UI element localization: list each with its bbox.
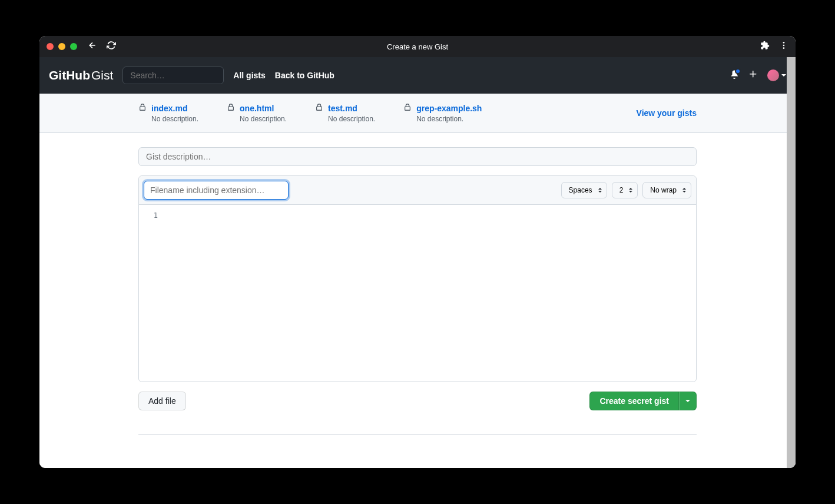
add-file-button[interactable]: Add file [138, 392, 186, 410]
back-icon[interactable] [88, 41, 97, 52]
extensions-icon[interactable] [760, 41, 770, 52]
gist-description: No description. [328, 115, 375, 123]
gist-description: No description. [240, 115, 287, 123]
file-header: Spaces 2 No wrap [139, 176, 696, 205]
notification-indicator [735, 68, 741, 74]
lock-icon [315, 103, 323, 114]
recent-gist-item: index.md No description. [138, 103, 198, 123]
recent-gist-item: test.md No description. [315, 103, 375, 123]
all-gists-link[interactable]: All gists [233, 71, 265, 80]
close-window-button[interactable] [47, 43, 54, 50]
gist-link[interactable]: test.md [328, 104, 357, 113]
svg-rect-3 [140, 107, 145, 110]
github-header: GitHub Gist All gists Back to GitHub [39, 57, 796, 94]
view-your-gists-link[interactable]: View your gists [637, 108, 697, 118]
select-caret-icon [629, 188, 632, 193]
wrap-mode-select[interactable]: No wrap [642, 182, 691, 198]
user-menu[interactable] [767, 69, 786, 81]
create-gist-dropdown[interactable] [679, 392, 697, 410]
scrollbar[interactable] [787, 57, 796, 468]
gist-link[interactable]: one.html [240, 104, 274, 113]
line-gutter: 1 [139, 205, 163, 382]
back-to-github-link[interactable]: Back to GitHub [275, 71, 334, 80]
footer-divider [138, 434, 697, 435]
code-editor[interactable]: 1 [139, 205, 696, 382]
svg-rect-4 [228, 107, 234, 110]
lock-icon [138, 103, 147, 114]
code-content[interactable] [163, 205, 696, 382]
svg-point-2 [783, 47, 785, 49]
lock-icon [227, 103, 235, 114]
recent-gist-item: grep-example.sh No description. [403, 103, 482, 123]
minimize-window-button[interactable] [58, 43, 65, 50]
select-caret-icon [682, 188, 686, 193]
lock-icon [403, 103, 412, 114]
svg-point-0 [783, 42, 785, 44]
file-editor: Spaces 2 No wrap [138, 175, 697, 382]
browser-window: Create a new Gist GitHub Gist All gists … [39, 36, 796, 468]
indent-size-select[interactable]: 2 [612, 182, 638, 198]
gist-link[interactable]: grep-example.sh [416, 104, 482, 113]
maximize-window-button[interactable] [70, 43, 77, 50]
main-content: Spaces 2 No wrap [129, 133, 706, 449]
gist-description: No description. [416, 115, 482, 123]
recent-gist-item: one.html No description. [227, 103, 287, 123]
create-new-button[interactable] [748, 69, 758, 82]
caret-down-icon [685, 400, 690, 402]
search-input[interactable] [122, 67, 224, 84]
indent-mode-select[interactable]: Spaces [561, 182, 607, 198]
action-bar: Add file Create secret gist [138, 392, 697, 410]
svg-rect-6 [405, 107, 410, 110]
select-caret-icon [598, 188, 602, 193]
caret-down-icon [781, 74, 786, 77]
reload-icon[interactable] [107, 41, 116, 52]
content-wrapper: Spaces 2 No wrap [39, 133, 796, 468]
filename-input[interactable] [144, 181, 289, 200]
browser-chrome-bar: Create a new Gist [39, 36, 796, 57]
menu-icon[interactable] [779, 41, 788, 52]
window-controls [47, 43, 77, 50]
recent-gists-bar: index.md No description. one.html No des… [39, 94, 796, 133]
svg-rect-5 [317, 107, 322, 110]
gist-description: No description. [151, 115, 198, 123]
github-gist-logo[interactable]: GitHub Gist [49, 68, 113, 82]
gist-link[interactable]: index.md [151, 104, 187, 113]
gist-description-input[interactable] [138, 147, 697, 166]
avatar [767, 69, 779, 81]
scrollbar-thumb[interactable] [787, 57, 796, 468]
create-secret-gist-button[interactable]: Create secret gist [589, 392, 679, 410]
tab-title: Create a new Gist [387, 42, 448, 51]
svg-point-1 [783, 45, 785, 47]
notifications-button[interactable] [730, 69, 739, 81]
